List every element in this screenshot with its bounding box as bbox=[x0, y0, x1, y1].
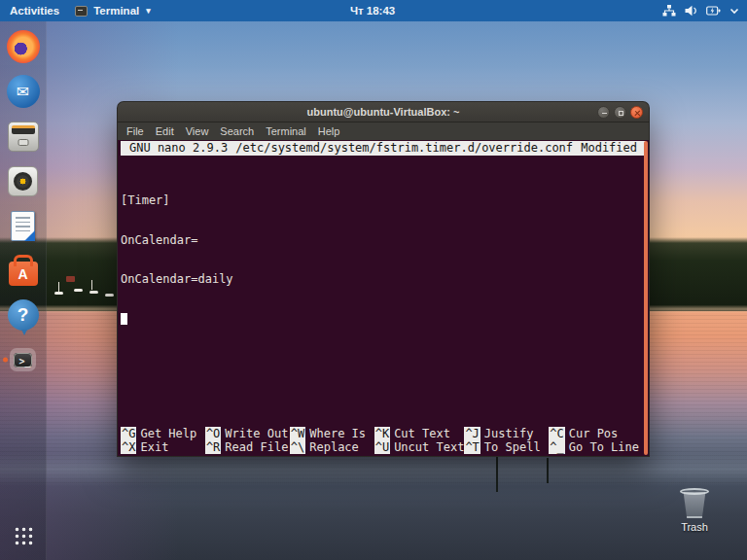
nano-modified-status: Modified bbox=[581, 141, 646, 156]
buffer-line: OnCalendar= bbox=[121, 234, 233, 248]
speaker-icon bbox=[14, 172, 32, 191]
nano-titlebar: GNU nano 2.9.3 /etc/systemd/system/fstri… bbox=[121, 141, 646, 156]
system-status-area[interactable] bbox=[662, 0, 739, 21]
menu-help[interactable]: Help bbox=[318, 125, 340, 137]
files-icon bbox=[8, 122, 39, 152]
buffer-line bbox=[121, 313, 233, 327]
dock-item-help[interactable]: ? bbox=[4, 298, 43, 332]
dock-item-firefox[interactable] bbox=[4, 30, 43, 63]
shortcut-cut-text: ^KCut Text bbox=[374, 428, 465, 441]
shortcut-cur-pos: ^CCur Pos bbox=[549, 428, 639, 441]
app-grid-icon bbox=[14, 526, 33, 545]
buffer-line: OnCalendar=daily bbox=[121, 273, 233, 287]
ubuntu-software-icon: A bbox=[9, 262, 38, 286]
menu-terminal[interactable]: Terminal bbox=[266, 125, 306, 137]
shortcut-where-is: ^WWhere Is bbox=[290, 428, 374, 441]
menu-edit[interactable]: Edit bbox=[156, 125, 174, 137]
clock[interactable]: Чт 18:43 bbox=[350, 0, 395, 21]
shortcut-to-spell: ^TTo Spell bbox=[464, 441, 549, 455]
question-mark: ? bbox=[18, 304, 29, 326]
chevron-down-icon bbox=[729, 7, 739, 15]
wallpaper-boat bbox=[54, 292, 63, 295]
trash-icon-body bbox=[682, 492, 707, 518]
terminal-menubar: File Edit View Search Terminal Help bbox=[117, 122, 650, 140]
dock-item-libreoffice-writer[interactable] bbox=[4, 209, 43, 242]
app-menu-label: Terminal bbox=[93, 5, 139, 17]
wallpaper-mast bbox=[91, 280, 92, 290]
battery-icon bbox=[706, 6, 721, 16]
dock-item-rhythmbox[interactable] bbox=[4, 164, 43, 197]
rhythmbox-icon bbox=[8, 166, 38, 196]
trash-desktop-icon[interactable]: Trash bbox=[669, 488, 720, 533]
libreoffice-writer-icon bbox=[11, 211, 35, 241]
activities-button[interactable]: Activities bbox=[10, 5, 59, 17]
focused-app-tile: >_ bbox=[10, 348, 35, 371]
app-menu-button[interactable]: Terminal ▾ bbox=[75, 5, 151, 17]
text-cursor bbox=[121, 313, 127, 325]
maximize-button[interactable] bbox=[614, 106, 626, 119]
firefox-icon bbox=[7, 30, 40, 63]
nano-file-path: /etc/systemd/system/fstrim.timer.d/overr… bbox=[228, 141, 581, 156]
window-titlebar[interactable]: ubuntu@ubuntu-VirtualBox: ~ bbox=[117, 101, 650, 122]
nano-buffer[interactable]: [Timer] OnCalendar= OnCalendar=daily bbox=[121, 168, 233, 352]
terminal-app-icon bbox=[75, 6, 88, 17]
shortcut-go-to-line: ^_Go To Line bbox=[549, 441, 639, 455]
terminal-window: ubuntu@ubuntu-VirtualBox: ~ File Edit Vi… bbox=[117, 101, 650, 457]
shortcut-read-file: ^RRead File bbox=[205, 441, 290, 455]
close-button[interactable] bbox=[630, 106, 643, 119]
shortcut-uncut-text: ^UUncut Text bbox=[374, 441, 465, 455]
running-indicator-dot bbox=[3, 358, 8, 363]
nano-version: GNU nano 2.9.3 bbox=[121, 141, 228, 156]
dock: ✉ A ? >_ bbox=[0, 21, 47, 560]
software-letter: A bbox=[18, 266, 27, 282]
trash-label: Trash bbox=[669, 521, 720, 533]
dock-item-files[interactable] bbox=[4, 120, 43, 153]
menu-search[interactable]: Search bbox=[220, 125, 254, 137]
desktop-screen: Activities Terminal ▾ Чт 18:43 bbox=[0, 0, 747, 560]
show-applications-button[interactable] bbox=[4, 519, 43, 552]
dock-item-thunderbird[interactable]: ✉ bbox=[4, 75, 43, 108]
thunderbird-icon: ✉ bbox=[7, 75, 40, 108]
shortcut-get-help: ^GGet Help bbox=[121, 428, 205, 441]
shortcut-replace: ^\Replace bbox=[290, 441, 374, 455]
wallpaper-boathouse bbox=[66, 276, 75, 282]
wallpaper-boat bbox=[89, 291, 98, 294]
shortcut-justify: ^JJustify bbox=[464, 428, 549, 441]
buffer-line: [Timer] bbox=[121, 194, 233, 208]
wallpaper-boat bbox=[74, 289, 83, 292]
minimize-button[interactable] bbox=[597, 106, 610, 119]
wallpaper-post-reflection bbox=[547, 458, 549, 483]
dock-item-ubuntu-software[interactable]: A bbox=[4, 254, 43, 287]
window-controls bbox=[597, 106, 643, 119]
prompt-glyph: >_ bbox=[18, 356, 30, 367]
wallpaper-mist bbox=[0, 453, 747, 486]
wallpaper-boat bbox=[105, 294, 114, 297]
envelope-icon: ✉ bbox=[17, 83, 29, 101]
chevron-down-icon: ▾ bbox=[146, 6, 151, 16]
shortcut-exit: ^XExit bbox=[121, 441, 205, 455]
top-bar: Activities Terminal ▾ Чт 18:43 bbox=[0, 0, 747, 21]
help-icon: ? bbox=[8, 299, 39, 331]
minimize-icon bbox=[602, 113, 607, 115]
network-icon bbox=[662, 5, 676, 17]
maximize-icon bbox=[619, 111, 623, 116]
wallpaper-mast bbox=[58, 282, 59, 292]
dock-item-terminal[interactable]: >_ bbox=[4, 343, 43, 376]
menu-file[interactable]: File bbox=[126, 125, 144, 137]
nano-shortcut-bar: ^GGet Help ^OWrite Out ^WWhere Is ^KCut … bbox=[121, 428, 639, 454]
menu-view[interactable]: View bbox=[186, 125, 209, 137]
shortcut-write-out: ^OWrite Out bbox=[205, 428, 290, 441]
window-title: ubuntu@ubuntu-VirtualBox: ~ bbox=[307, 106, 460, 118]
terminal-screen[interactable]: GNU nano 2.9.3 /etc/systemd/system/fstri… bbox=[117, 140, 650, 457]
terminal-scrollbar[interactable] bbox=[644, 141, 648, 455]
wallpaper-post-reflection bbox=[496, 457, 498, 492]
terminal-icon: >_ bbox=[14, 353, 31, 368]
volume-icon bbox=[685, 5, 697, 17]
